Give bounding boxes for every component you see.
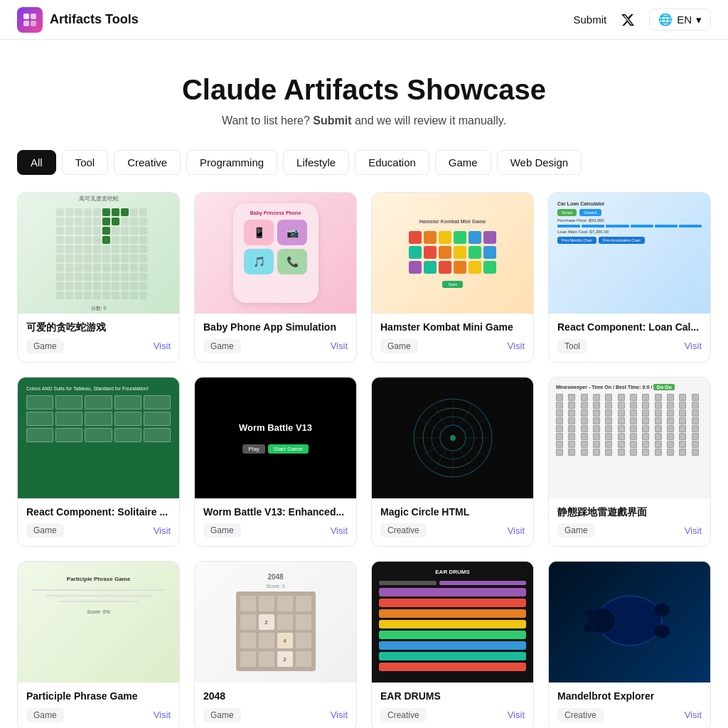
card-tag: Game: [203, 339, 241, 353]
card-item: Magic Circle HTMLCreativeVisit: [371, 377, 534, 547]
svg-line-18: [459, 404, 473, 427]
card-title: Mandelbrot Explorer: [557, 690, 702, 704]
card-tag: Game: [26, 708, 64, 722]
language-selector[interactable]: 🌐 EN ▾: [649, 9, 711, 31]
hero-subtitle: Want to list here? Submit and we will re…: [17, 114, 711, 127]
card-visit-link[interactable]: Visit: [685, 525, 702, 536]
card-footer: GameVisit: [26, 523, 171, 537]
card-tag: Game: [26, 339, 64, 353]
card-visit-link[interactable]: Visit: [331, 525, 348, 536]
card-tag: Game: [380, 339, 418, 353]
card-visit-link[interactable]: Visit: [154, 710, 171, 720]
svg-point-23: [653, 603, 670, 617]
chevron-down-icon: ▾: [696, 14, 702, 26]
card-body: React Component: Solitaire ...GameVisit: [18, 498, 179, 547]
card-visit-link[interactable]: Visit: [154, 341, 171, 351]
card-body: 静態踩地雷遊戲界面GameVisit: [549, 498, 710, 547]
svg-line-13: [419, 444, 441, 458]
svg-point-24: [653, 624, 670, 638]
card-title: Magic Circle HTML: [380, 505, 525, 520]
app-logo[interactable]: [17, 7, 43, 33]
svg-line-9: [464, 444, 486, 458]
card-body: Hamster Kombat Mini GameGameVisit: [372, 314, 533, 362]
card-body: Worm Battle V13: Enhanced...GameVisit: [195, 498, 356, 547]
card-tag: Creative: [380, 708, 427, 722]
card-footer: GameVisit: [26, 339, 171, 353]
card-tag: Tool: [557, 339, 587, 353]
card-title: React Component: Loan Cal...: [557, 321, 702, 335]
svg-point-25: [583, 609, 594, 618]
card-item: Minesweeper - Time On / Best Time: 0:0 /…: [548, 377, 711, 547]
card-visit-link[interactable]: Visit: [331, 341, 348, 351]
card-footer: CreativeVisit: [557, 708, 702, 722]
svg-rect-2: [23, 21, 29, 26]
svg-rect-0: [23, 14, 29, 19]
svg-line-10: [459, 449, 473, 471]
card-tag: Game: [26, 523, 64, 537]
filter-btn-tool[interactable]: Tool: [62, 150, 109, 175]
svg-point-26: [583, 623, 594, 632]
filter-btn-creative[interactable]: Creative: [114, 150, 181, 175]
card-footer: GameVisit: [557, 523, 702, 537]
card-body: React Component: Loan Cal...ToolVisit: [549, 314, 710, 362]
navbar: Artifacts Tools Submit 🌐 EN ▾: [0, 0, 728, 40]
filter-btn-education[interactable]: Education: [355, 150, 429, 175]
filter-btn-all[interactable]: All: [17, 150, 56, 175]
card-body: Magic Circle HTMLCreativeVisit: [372, 498, 533, 547]
filter-btn-game[interactable]: Game: [435, 150, 491, 175]
card-title: 可爱的贪吃蛇游戏: [26, 321, 171, 335]
card-item: 高可见度贪吃蛇 分数: 0 可爱的贪吃蛇游戏GameVisit: [17, 192, 180, 363]
hero-section: Claude Artifacts Showcase Want to list h…: [0, 40, 728, 150]
card-item: Car Loan Calculator Simple Detailed Purc…: [548, 192, 711, 363]
card-footer: GameVisit: [203, 339, 348, 353]
card-item: Colors AND Suits for Tableau, Standard f…: [17, 377, 180, 547]
card-item: 2048 Score: 0 242 2048GameVisit: [194, 561, 357, 728]
card-footer: GameVisit: [380, 339, 525, 353]
card-footer: CreativeVisit: [380, 523, 525, 537]
card-footer: CreativeVisit: [380, 708, 525, 722]
card-item: Hamster Kombat Mini Game Start Hamster K…: [371, 192, 534, 363]
card-tag: Creative: [557, 708, 604, 722]
card-visit-link[interactable]: Visit: [154, 525, 171, 536]
x-twitter-icon[interactable]: [621, 13, 635, 27]
card-visit-link[interactable]: Visit: [685, 341, 702, 351]
card-item: Worm Battle V13 Play Start Game Worm Bat…: [194, 377, 357, 547]
card-title: Hamster Kombat Mini Game: [380, 321, 525, 335]
filter-btn-lifestyle[interactable]: Lifestyle: [283, 150, 349, 175]
card-item: Mandelbrot ExplorerCreativeVisit: [548, 561, 711, 728]
card-title: React Component: Solitaire ...: [26, 505, 171, 520]
nav-right: Submit 🌐 EN ▾: [573, 9, 711, 31]
card-tag: Creative: [380, 523, 427, 537]
card-body: EAR DRUMSCreativeVisit: [372, 682, 533, 728]
card-body: Mandelbrot ExplorerCreativeVisit: [549, 682, 710, 728]
svg-rect-3: [31, 21, 36, 26]
svg-rect-1: [31, 14, 36, 19]
card-visit-link[interactable]: Visit: [331, 710, 348, 720]
submit-link[interactable]: Submit: [573, 14, 606, 26]
card-visit-link[interactable]: Visit: [508, 525, 525, 536]
card-visit-link[interactable]: Visit: [508, 710, 525, 720]
filter-btn-programming[interactable]: Programming: [186, 150, 277, 175]
svg-line-16: [433, 404, 446, 427]
card-footer: ToolVisit: [557, 339, 702, 353]
svg-line-19: [464, 418, 486, 432]
card-visit-link[interactable]: Visit: [685, 710, 702, 720]
card-title: Baby Phone App Simulation: [203, 321, 348, 335]
card-tag: Game: [557, 523, 595, 537]
card-title: EAR DRUMS: [380, 690, 525, 704]
card-title: 2048: [203, 690, 348, 704]
svg-line-15: [419, 418, 441, 432]
nav-left: Artifacts Tools: [17, 7, 139, 33]
card-tag: Game: [203, 523, 241, 537]
card-visit-link[interactable]: Visit: [508, 341, 525, 351]
hero-submit-link[interactable]: Submit: [313, 114, 351, 127]
card-body: Participle Phrase GameGameVisit: [18, 682, 179, 728]
card-title: Worm Battle V13: Enhanced...: [203, 505, 348, 520]
card-title: Participle Phrase Game: [26, 690, 171, 704]
card-tag: Game: [203, 708, 241, 722]
filter-btn-web-design[interactable]: Web Design: [497, 150, 582, 175]
filter-bar: AllToolCreativeProgrammingLifestyleEduca…: [0, 150, 728, 192]
card-title: 静態踩地雷遊戲界面: [557, 505, 702, 520]
card-item: Participle Phrase Game Score: 0% Partici…: [17, 561, 180, 728]
svg-line-12: [433, 449, 446, 471]
